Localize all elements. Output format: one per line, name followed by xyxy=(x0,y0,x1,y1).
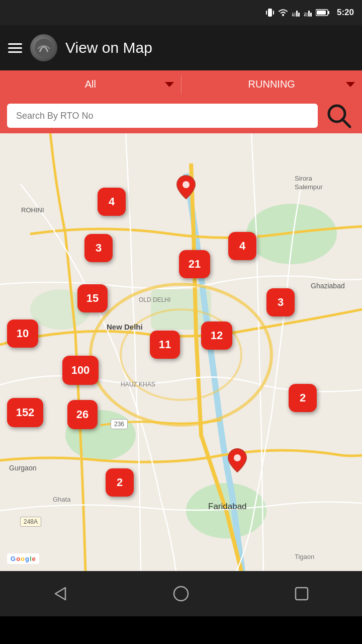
back-triangle-icon xyxy=(51,585,69,603)
svg-point-29 xyxy=(234,454,241,461)
cluster-marker-21[interactable]: 21 xyxy=(179,250,210,278)
svg-rect-6 xyxy=(298,13,300,17)
cluster-marker-12[interactable]: 12 xyxy=(201,321,232,350)
svg-point-31 xyxy=(174,587,188,601)
svg-point-3 xyxy=(282,14,284,16)
back-button[interactable] xyxy=(40,579,80,609)
svg-rect-5 xyxy=(296,11,298,17)
svg-rect-1 xyxy=(266,11,267,15)
cluster-marker-11[interactable]: 11 xyxy=(150,331,180,359)
svg-rect-32 xyxy=(296,588,308,600)
cluster-marker-100[interactable]: 100 xyxy=(62,356,99,385)
hamburger-menu-button[interactable] xyxy=(8,43,22,53)
cluster-marker-2-right[interactable]: 2 xyxy=(289,384,317,412)
cluster-marker-26[interactable]: 26 xyxy=(67,400,98,429)
recents-button[interactable] xyxy=(282,579,322,609)
search-input[interactable] xyxy=(7,104,318,128)
signal1-icon: 1 xyxy=(292,9,301,17)
search-button[interactable] xyxy=(323,100,355,132)
status-bar: 1 2 5:20 xyxy=(0,0,362,25)
cluster-marker-3-right[interactable]: 3 xyxy=(266,288,295,316)
svg-line-19 xyxy=(342,119,350,127)
svg-rect-12 xyxy=(306,13,308,17)
filter-all-arrow xyxy=(165,82,174,87)
road-badge-236: 236 xyxy=(111,419,128,429)
status-icons: 1 2 5:20 xyxy=(265,7,354,18)
search-icon xyxy=(326,103,352,129)
svg-point-28 xyxy=(183,181,190,188)
svg-rect-0 xyxy=(268,9,272,17)
svg-marker-30 xyxy=(55,588,65,600)
svg-rect-2 xyxy=(273,11,274,15)
svg-rect-7 xyxy=(294,13,296,17)
home-circle-icon xyxy=(172,585,190,603)
filter-running[interactable]: RUNNING xyxy=(182,70,363,98)
bottom-nav xyxy=(0,571,362,616)
svg-rect-13 xyxy=(304,14,306,17)
page-title: View on Map xyxy=(65,39,152,56)
svg-rect-10 xyxy=(308,11,310,17)
cluster-marker-4-top[interactable]: 4 xyxy=(98,188,126,216)
top-bar: View on Map xyxy=(0,25,362,70)
status-time: 5:20 xyxy=(337,8,354,18)
cluster-marker-2-bottom[interactable]: 2 xyxy=(106,468,134,497)
cluster-marker-152[interactable]: 152 xyxy=(7,398,43,427)
signal2-icon: 2 xyxy=(304,9,313,17)
road-badge-248a: 248A xyxy=(20,517,41,527)
cluster-marker-10[interactable]: 10 xyxy=(7,319,38,348)
svg-rect-8 xyxy=(292,14,294,17)
filter-all-label: All xyxy=(85,78,96,90)
svg-point-17 xyxy=(35,39,53,57)
home-button[interactable] xyxy=(161,579,201,609)
map-pin-2[interactable] xyxy=(227,448,247,473)
search-bar xyxy=(0,98,362,133)
filter-running-label: RUNNING xyxy=(248,78,295,90)
vibrate-icon xyxy=(265,7,275,18)
cluster-marker-3-left[interactable]: 3 xyxy=(84,234,113,262)
map-container[interactable]: ROHINI OLD DELHI New Delhi HAUZ KHAS Gur… xyxy=(0,133,362,571)
filter-running-arrow xyxy=(346,82,355,87)
recents-square-icon xyxy=(293,585,311,603)
wifi-icon xyxy=(278,9,289,17)
svg-rect-15 xyxy=(328,11,329,14)
svg-rect-11 xyxy=(310,13,312,17)
battery-icon xyxy=(316,9,330,17)
cluster-marker-15[interactable]: 15 xyxy=(77,284,108,312)
app-logo xyxy=(30,34,57,61)
map-pin-1[interactable] xyxy=(176,175,196,200)
cluster-marker-4-right[interactable]: 4 xyxy=(228,232,256,260)
svg-rect-16 xyxy=(317,11,326,15)
filter-bar: All RUNNING xyxy=(0,70,362,98)
google-logo: Google xyxy=(7,553,39,564)
filter-all[interactable]: All xyxy=(0,70,181,98)
